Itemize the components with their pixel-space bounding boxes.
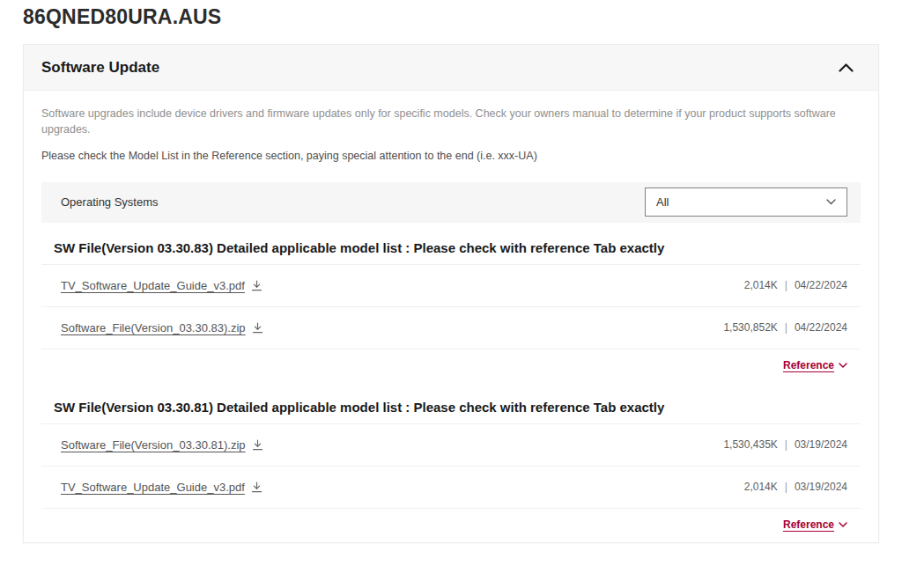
meta-separator: | [785,321,787,334]
operating-systems-label: Operating Systems [61,195,159,209]
file-meta: 2,014K | 03/19/2024 [744,481,847,493]
file-list: Software_File(Version_03.30.81).zip 1,53… [41,423,861,509]
file-row: TV_Software_Update_Guide_v3.pdf 2,014K |… [41,265,861,307]
file-size: 2,014K [744,279,778,291]
file-date: 03/19/2024 [795,481,847,493]
chevron-down-icon [826,199,836,205]
file-date: 04/22/2024 [795,279,847,291]
section-title: SW File(Version 03.30.81) Detailed appli… [54,400,861,415]
section-title: SW File(Version 03.30.83) Detailed appli… [54,240,861,255]
panel-body: Software upgrades include device drivers… [24,91,878,541]
file-row: TV_Software_Update_Guide_v3.pdf 2,014K |… [41,467,861,509]
file-row: Software_File(Version_03.30.81).zip 1,53… [41,424,861,467]
file-download-link[interactable]: TV_Software_Update_Guide_v3.pdf [61,279,262,292]
panel-title: Software Update [41,59,159,77]
chevron-down-icon [839,363,847,368]
chevron-up-icon [839,63,854,72]
software-update-page: 86QNED80URA.AUS Software Update Software… [0,0,902,588]
file-download-link[interactable]: Software_File(Version_03.30.81).zip [61,438,263,452]
operating-systems-select[interactable]: All [645,187,847,217]
meta-separator: | [785,279,787,291]
reference-label: Reference [783,359,834,371]
file-size: 1,530,435K [723,438,777,451]
file-meta: 1,530,435K | 03/19/2024 [723,438,847,451]
file-date: 04/22/2024 [795,321,847,334]
reference-row: Reference [41,509,861,541]
page-title: 86QNED80URA.AUS [23,5,221,29]
panel-header: Software Update [24,45,878,91]
reference-link[interactable]: Reference [783,518,847,531]
description-line-2: Please check the Model List in the Refer… [41,149,861,165]
download-icon [251,280,262,291]
file-size: 2,014K [744,481,778,493]
file-size: 1,530,852K [723,321,777,334]
collapse-panel-button[interactable] [835,60,857,76]
selected-option-label: All [656,195,669,209]
file-row: Software_File(Version_03.30.83).zip 1,53… [41,307,861,349]
meta-separator: | [785,438,787,451]
operating-systems-filter-row: Operating Systems All [41,182,861,223]
download-icon [252,322,263,334]
file-meta: 2,014K | 04/22/2024 [744,279,847,291]
software-update-panel: Software Update Software upgrades includ… [23,44,879,543]
description-line-1: Software upgrades include device drivers… [41,107,861,137]
file-name: Software_File(Version_03.30.81).zip [61,438,246,452]
reference-row: Reference [41,349,861,382]
file-name: TV_Software_Update_Guide_v3.pdf [61,481,245,494]
file-name: Software_File(Version_03.30.83).zip [61,321,246,334]
file-name: TV_Software_Update_Guide_v3.pdf [61,279,245,292]
meta-separator: | [785,481,787,493]
file-meta: 1,530,852K | 04/22/2024 [723,321,847,334]
chevron-down-icon [839,522,847,527]
reference-label: Reference [783,518,834,531]
file-download-link[interactable]: TV_Software_Update_Guide_v3.pdf [61,481,262,494]
download-icon [252,439,263,451]
file-date: 03/19/2024 [795,438,847,451]
file-list: TV_Software_Update_Guide_v3.pdf 2,014K |… [41,264,861,349]
reference-link[interactable]: Reference [783,359,847,371]
download-icon [251,481,262,493]
file-download-link[interactable]: Software_File(Version_03.30.83).zip [61,321,263,334]
